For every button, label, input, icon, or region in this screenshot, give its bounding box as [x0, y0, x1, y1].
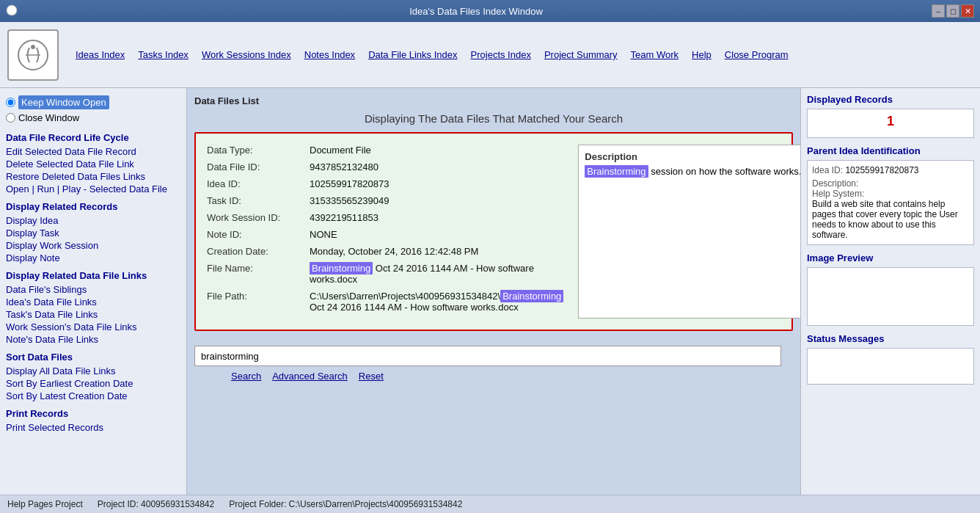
nav-work-sessions-index[interactable]: Work Sessions Index [196, 46, 297, 63]
sidebar-link-idea-links[interactable]: Idea's Data File Links [6, 296, 180, 308]
data-filename-value: Brainstorming Oct 24 2016 1144 AM - How … [310, 263, 563, 285]
sidebar-link-task-links[interactable]: Task's Data File Links [6, 308, 180, 321]
sidebar-link-edit-record[interactable]: Edit Selected Data File Record [6, 145, 180, 158]
status-bar: Help Pages Project Project ID: 400956931… [0, 495, 980, 513]
parent-idea-box: Idea ID: 102559917820873 Description: He… [807, 160, 974, 245]
nav-projects-index[interactable]: Projects Index [465, 46, 537, 63]
data-ideaid-label: Idea ID: [207, 178, 310, 189]
data-row-creation: Creation Date: Monday, October 24, 2016 … [207, 246, 563, 257]
keep-window-open-label: Keep Window Open [18, 95, 109, 109]
nav-help[interactable]: Help [686, 46, 717, 63]
description-text: session on how the software works. [648, 166, 800, 177]
restore-button[interactable]: ◻ [946, 4, 959, 18]
nav-data-file-links-index[interactable]: Data File Links Index [362, 46, 463, 63]
image-preview-header: Image Preview [807, 252, 974, 263]
search-buttons: Search Advanced Search Reset [231, 366, 793, 386]
sidebar-link-display-task[interactable]: Display Task [6, 227, 180, 239]
sidebar-link-note-links[interactable]: Note's Data File Links [6, 333, 180, 346]
status-project: Help Pages Project [7, 499, 83, 509]
status-project-id: Project ID: 400956931534842 [98, 499, 214, 509]
data-creation-value: Monday, October 24, 2016 12:42:48 PM [310, 246, 478, 257]
displayed-records-count: 1 [812, 114, 969, 129]
search-button[interactable]: Search [231, 371, 261, 382]
parent-idea-description: Description: Help System: Build a web si… [812, 178, 969, 240]
parent-idea-id-label: Idea ID: 102559917820873 [812, 165, 969, 175]
keep-window-open-radio[interactable]: Keep Window Open [6, 94, 180, 111]
nav-tasks-index[interactable]: Tasks Index [132, 46, 194, 63]
status-project-folder: Project Folder: C:\Users\Darren\Projects… [229, 499, 462, 509]
idea-id-label-text: Idea ID: [812, 165, 843, 175]
displayed-records-box: 1 [807, 109, 974, 138]
data-row-noteid: Note ID: NONE [207, 229, 563, 240]
filepath-prefix: C:\Users\Darren\Projects\400956931534842… [310, 291, 500, 302]
content-title: Displaying The Data Files That Matched Y… [194, 112, 793, 125]
nav-close-program[interactable]: Close Program [719, 46, 794, 63]
minimize-button[interactable]: – [932, 4, 945, 18]
content-area: Data Files List Displaying The Data File… [187, 88, 800, 495]
window-mode-group: Keep Window Open Close Window [6, 94, 180, 125]
sidebar-link-siblings[interactable]: Data File's Siblings [6, 283, 180, 296]
close-window-label: Close Window [18, 112, 79, 123]
nav-notes-index[interactable]: Notes Index [299, 46, 361, 63]
search-input[interactable] [194, 346, 781, 366]
help-system-label-text: Help System: [812, 189, 864, 199]
close-button[interactable]: ✕ [961, 4, 974, 18]
close-window-radio[interactable]: Close Window [6, 111, 180, 125]
nav-team-work[interactable]: Team Work [625, 46, 685, 63]
data-row-type: Data Type: Document File [207, 145, 563, 156]
sidebar-link-sort-latest[interactable]: Sort By Latest Creation Date [6, 390, 180, 402]
app-logo [7, 29, 59, 81]
data-noteid-value: NONE [310, 229, 337, 240]
data-filename-label: File Name: [207, 263, 310, 274]
sidebar-section-lifecycle: Data File Record Life Cycle [6, 132, 180, 143]
svg-point-0 [7, 5, 17, 15]
sidebar-link-restore-links[interactable]: Restore Deleted Data Files Links [6, 170, 180, 183]
data-fields: Data Type: Document File Data File ID: 9… [207, 145, 563, 319]
reset-button[interactable]: Reset [359, 371, 384, 382]
main-nav: Ideas Index Tasks Index Work Sessions In… [70, 46, 794, 63]
sidebar-section-related-records: Display Related Records [6, 201, 180, 212]
data-worksessionid-value: 4392219511853 [310, 212, 379, 223]
title-bar: Idea's Data Files Index Window – ◻ ✕ [0, 0, 980, 22]
sidebar-link-display-note[interactable]: Display Note [6, 252, 180, 264]
data-ideaid-value: 102559917820873 [310, 178, 389, 189]
menu-bar: Ideas Index Tasks Index Work Sessions In… [0, 22, 980, 88]
data-row-filename: File Name: Brainstorming Oct 24 2016 114… [207, 263, 563, 285]
sidebar-link-open-run-play[interactable]: Open | Run | Play - Selected Data File [6, 183, 180, 195]
status-messages-header: Status Messages [807, 333, 974, 344]
sidebar-link-display-idea[interactable]: Display Idea [6, 214, 180, 227]
image-preview-box [807, 267, 974, 326]
window-controls: – ◻ ✕ [932, 4, 974, 18]
window-title: Idea's Data Files Index Window [21, 6, 932, 17]
data-row-ideaid: Idea ID: 102559917820873 [207, 178, 563, 189]
advanced-search-button[interactable]: Advanced Search [272, 371, 348, 382]
sidebar-link-display-all[interactable]: Display All Data File Links [6, 365, 180, 377]
sidebar-section-related-links: Display Related Data File Links [6, 270, 180, 281]
sidebar-link-display-work-session[interactable]: Display Work Session [6, 239, 180, 252]
data-creation-label: Creation Date: [207, 246, 310, 257]
data-row-filepath: File Path: C:\Users\Darren\Projects\4009… [207, 291, 563, 313]
sidebar-section-sort: Sort Data Files [6, 352, 180, 363]
search-area: Search Advanced Search Reset [194, 338, 793, 386]
title-bar-icon [6, 4, 21, 18]
data-fileid-label: Data File ID: [207, 161, 310, 172]
status-messages-box [807, 348, 974, 385]
parent-idea-description-text: Build a web site that contains help page… [812, 199, 958, 240]
nav-ideas-index[interactable]: Ideas Index [70, 46, 131, 63]
filepath-highlight: Brainstorming [500, 290, 563, 302]
data-noteid-label: Note ID: [207, 229, 310, 240]
data-worksessionid-label: Work Session ID: [207, 212, 310, 223]
sidebar-link-delete-link[interactable]: Delete Selected Data File Link [6, 158, 180, 170]
sidebar: Keep Window Open Close Window Data File … [0, 88, 187, 495]
filepath-suffix: Oct 24 2016 1144 AM - How software works… [310, 302, 519, 313]
sidebar-link-print-selected[interactable]: Print Selected Records [6, 421, 180, 434]
description-box: Description Brainstorming session on how… [578, 145, 800, 319]
data-record-card: Data Type: Document File Data File ID: 9… [194, 132, 793, 331]
svg-point-3 [31, 45, 35, 49]
main-content: Keep Window Open Close Window Data File … [0, 88, 980, 495]
data-row-taskid: Task ID: 315335565239049 [207, 195, 563, 206]
sidebar-link-sort-earliest[interactable]: Sort By Earliest Creation Date [6, 377, 180, 390]
sidebar-section-print: Print Records [6, 408, 180, 419]
sidebar-link-work-session-links[interactable]: Work Session's Data File Links [6, 321, 180, 333]
nav-project-summary[interactable]: Project Summary [538, 46, 624, 63]
